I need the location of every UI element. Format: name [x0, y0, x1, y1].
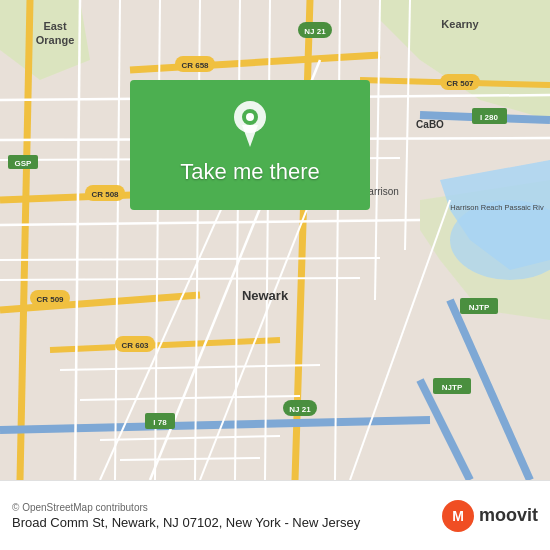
- svg-point-74: [246, 113, 254, 121]
- bottom-bar: © OpenStreetMap contributors Broad Comm …: [0, 480, 550, 550]
- svg-text:CR 507: CR 507: [446, 79, 474, 88]
- svg-text:NJ 21: NJ 21: [289, 405, 311, 414]
- svg-text:I 78: I 78: [153, 418, 167, 427]
- svg-text:M: M: [452, 508, 464, 524]
- svg-text:NJTP: NJTP: [469, 303, 490, 312]
- osm-credit: © OpenStreetMap contributors: [12, 502, 441, 513]
- svg-text:CR 508: CR 508: [91, 190, 119, 199]
- svg-text:GSP: GSP: [15, 159, 33, 168]
- svg-text:Orange: Orange: [36, 34, 75, 46]
- svg-text:CaBO: CaBO: [416, 119, 444, 130]
- svg-text:NJ 21: NJ 21: [304, 27, 326, 36]
- svg-text:CR 509: CR 509: [36, 295, 64, 304]
- svg-text:Harrison Reach Passaic Riv: Harrison Reach Passaic Riv: [450, 203, 544, 212]
- take-me-there-button[interactable]: Take me there: [168, 155, 331, 189]
- map-container: GSP CR 658 NJ 21 CR 508 CR 507 I 280 CR …: [0, 0, 550, 480]
- svg-text:East: East: [43, 20, 67, 32]
- svg-text:Kearny: Kearny: [441, 18, 479, 30]
- svg-text:I 280: I 280: [480, 113, 498, 122]
- svg-text:CR 658: CR 658: [181, 61, 209, 70]
- svg-text:CR 603: CR 603: [121, 341, 149, 350]
- location-pin-icon: [232, 101, 268, 147]
- svg-marker-72: [242, 125, 258, 147]
- address-section: © OpenStreetMap contributors Broad Comm …: [12, 502, 441, 530]
- svg-text:NJTP: NJTP: [442, 383, 463, 392]
- take-me-there-overlay[interactable]: Take me there: [130, 80, 370, 210]
- svg-text:Newark: Newark: [242, 288, 289, 303]
- moovit-icon: M: [441, 499, 475, 533]
- moovit-logo[interactable]: M moovit: [441, 499, 538, 533]
- moovit-label: moovit: [479, 505, 538, 526]
- address-text: Broad Comm St, Newark, NJ 07102, New Yor…: [12, 515, 441, 530]
